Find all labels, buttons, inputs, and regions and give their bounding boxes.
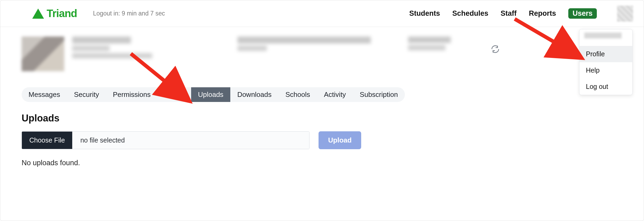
tab-downloads[interactable]: Downloads [230, 87, 279, 102]
user-status-redacted [408, 37, 451, 50]
nav-schedules[interactable]: Schedules [452, 9, 488, 18]
avatar[interactable] [617, 6, 633, 22]
nav-users[interactable]: Users [568, 8, 597, 19]
upload-button[interactable]: Upload [319, 131, 361, 149]
refresh-icon [491, 50, 500, 54]
triangle-icon [32, 9, 44, 19]
tab-permissions[interactable]: Permissions [106, 87, 158, 102]
tab-subscription[interactable]: Subscription [353, 87, 405, 102]
refresh-button[interactable] [491, 37, 500, 55]
file-status-label: no file selected [72, 132, 309, 149]
tab-schools[interactable]: Schools [279, 87, 317, 102]
user-meta-redacted [238, 37, 371, 51]
brand-logo[interactable]: Triand [32, 7, 77, 19]
choose-file-button[interactable]: Choose File [22, 132, 72, 149]
tab-profile[interactable]: Profile [158, 87, 191, 102]
user-info-redacted [72, 37, 152, 58]
user-summary-row [22, 37, 612, 71]
brand-name: Triand [47, 7, 77, 19]
tab-activity[interactable]: Activity [317, 87, 353, 102]
nav-students[interactable]: Students [409, 9, 440, 18]
tab-messages[interactable]: Messages [22, 87, 67, 102]
empty-state-message: No uploads found. [22, 159, 612, 167]
nav-staff[interactable]: Staff [501, 9, 517, 18]
tab-security[interactable]: Security [67, 87, 106, 102]
profile-tabs: Messages Security Permissions Profile Up… [22, 87, 405, 102]
user-photo [22, 37, 64, 71]
tab-uploads[interactable]: Uploads [191, 87, 230, 102]
page-title: Uploads [22, 113, 612, 124]
nav-reports[interactable]: Reports [529, 9, 556, 18]
file-picker: Choose File no file selected [22, 131, 309, 149]
logout-timer: Logout in: 9 min and 7 sec [93, 10, 165, 17]
